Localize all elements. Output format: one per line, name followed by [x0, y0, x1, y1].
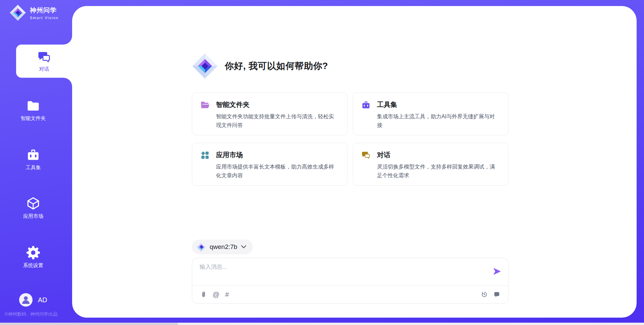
sidebar-item-label: 对话 — [39, 66, 49, 72]
card-title: 应用市场 — [216, 150, 339, 159]
app-grid-icon — [200, 150, 210, 160]
sidebar-item-toolset[interactable]: 工具集 — [0, 148, 66, 171]
gear-icon — [26, 246, 40, 260]
person-icon — [19, 293, 33, 307]
comment-icon[interactable] — [493, 291, 500, 298]
chat-bubbles-icon — [37, 50, 51, 64]
chat-bubbles-icon — [361, 150, 371, 160]
folder-icon — [26, 99, 40, 113]
user-name: AD — [38, 296, 47, 304]
composer-tools-right — [481, 291, 500, 298]
feature-cards: 智能文件夹 智能文件夹功能支持批量文件上传与清洗，轻松实现文件问答 工具集 集成… — [192, 92, 508, 186]
sidebar-item-label: 系统设置 — [23, 262, 43, 269]
message-input[interactable] — [200, 263, 485, 282]
brand-diamond-logo-icon — [9, 4, 26, 21]
model-diamond-logo-icon — [196, 242, 206, 252]
assistant-diamond-logo-icon — [192, 53, 218, 79]
greeting-section: 你好, 我可以如何帮助你? — [192, 53, 328, 79]
card-description: 智能文件夹功能支持批量文件上传与清洗，轻松实现文件问答 — [216, 112, 339, 130]
brand-text: 神州问学 Smart Vision — [30, 6, 59, 20]
horizontal-scrollbar[interactable] — [0, 323, 644, 325]
user-account[interactable]: AD — [19, 293, 47, 307]
sidebar: 神州问学 Smart Vision 对话 智能文件夹 工具集 应用市场 系统设置 — [0, 0, 72, 325]
send-icon — [493, 267, 501, 275]
card-description: 应用市场提供丰富长文本模板，助力高效生成多样化文章内容 — [216, 162, 339, 180]
card-title: 智能文件夹 — [216, 100, 339, 109]
brand-subtitle: Smart Vision — [30, 16, 59, 20]
card-body: 工具集 集成市场上主流工具，助力AI与外界无缝扩展与对接 — [377, 100, 500, 128]
history-icon[interactable] — [481, 291, 488, 298]
sidebar-item-smart-folder[interactable]: 智能文件夹 — [0, 99, 66, 122]
brand: 神州问学 Smart Vision — [9, 4, 59, 21]
model-selector-value: qwen2:7b — [210, 243, 237, 251]
card-description: 灵活切换多模型文件，支持多样回复效果调试，满足个性化需求 — [377, 162, 500, 180]
card-title: 对话 — [377, 150, 500, 159]
card-body: 对话 灵活切换多模型文件，支持多样回复效果调试，满足个性化需求 — [377, 150, 500, 178]
topic-hash-icon[interactable]: # — [225, 291, 229, 298]
sidebar-item-system-settings[interactable]: 系统设置 — [0, 246, 66, 269]
send-button[interactable] — [492, 267, 502, 276]
attachment-icon[interactable] — [200, 291, 207, 298]
cube-icon — [26, 196, 40, 210]
open-folder-icon — [200, 100, 210, 110]
card-chat[interactable]: 对话 灵活切换多模型文件，支持多样回复效果调试，满足个性化需求 — [353, 143, 508, 186]
content-column: 你好, 我可以如何帮助你? 智能文件夹 智能文件夹功能支持批量文件上传与清洗，轻… — [192, 6, 508, 318]
composer-toolbar: @ # — [192, 286, 508, 303]
card-toolset[interactable]: 工具集 集成市场上主流工具，助力AI与外界无缝扩展与对接 — [353, 92, 508, 135]
avatar — [19, 293, 33, 307]
card-smart-folder[interactable]: 智能文件夹 智能文件夹功能支持批量文件上传与清洗，轻松实现文件问答 — [192, 92, 347, 135]
copyright-footer: ©神州数码 · 神州问学出品 — [5, 311, 57, 317]
card-title: 工具集 — [377, 100, 500, 109]
card-app-market[interactable]: 应用市场 应用市场提供丰富长文本模板，助力高效生成多样化文章内容 — [192, 143, 347, 186]
greeting-title: 你好, 我可以如何帮助你? — [225, 60, 328, 72]
brand-title: 神州问学 — [30, 6, 59, 15]
mention-icon[interactable]: @ — [213, 291, 219, 298]
sidebar-item-app-market[interactable]: 应用市场 — [0, 196, 66, 219]
card-description: 集成市场上主流工具，助力AI与外界无缝扩展与对接 — [377, 112, 500, 130]
card-body: 应用市场 应用市场提供丰富长文本模板，助力高效生成多样化文章内容 — [216, 150, 339, 178]
sidebar-item-label: 应用市场 — [23, 213, 43, 219]
card-body: 智能文件夹 智能文件夹功能支持批量文件上传与清洗，轻松实现文件问答 — [216, 100, 339, 128]
scrollbar-thumb[interactable] — [0, 323, 178, 325]
app-window: 神州问学 Smart Vision 对话 智能文件夹 工具集 应用市场 系统设置 — [0, 0, 644, 325]
message-composer: @ # — [192, 258, 508, 304]
sidebar-item-label: 智能文件夹 — [21, 115, 46, 122]
chevron-down-icon — [241, 245, 246, 249]
main-panel: 你好, 我可以如何帮助你? 智能文件夹 智能文件夹功能支持批量文件上传与清洗，轻… — [72, 6, 637, 318]
sidebar-item-chat[interactable]: 对话 — [16, 45, 72, 78]
sidebar-item-label: 工具集 — [26, 165, 41, 171]
briefcase-icon — [361, 100, 371, 110]
briefcase-icon — [26, 148, 40, 162]
model-selector[interactable]: qwen2:7b — [192, 240, 253, 254]
composer-tools-left: @ # — [200, 291, 229, 298]
